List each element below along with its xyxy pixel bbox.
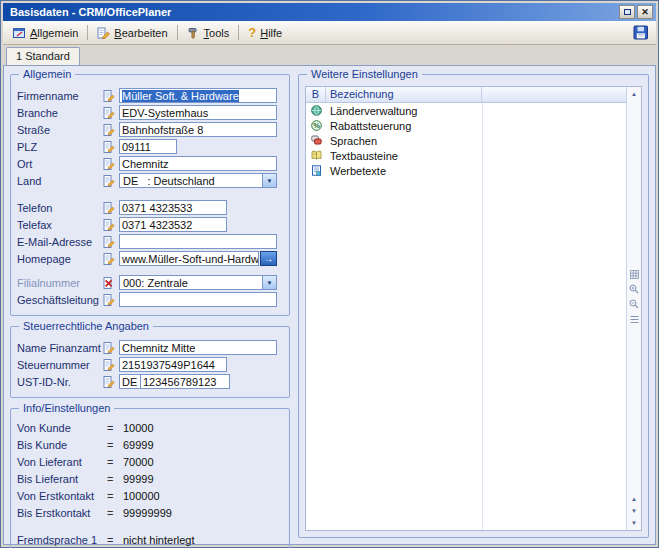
land-select[interactable]: DE : Deutschland▼ — [119, 173, 277, 188]
edit-field-icon[interactable] — [103, 124, 119, 136]
field-label: Branche — [17, 107, 103, 119]
menu-label: Tools — [204, 27, 230, 39]
field-row-ort: Ort Chemnitz — [17, 156, 283, 171]
record-down-icon[interactable]: ▼ — [628, 505, 641, 517]
svg-text:%: % — [313, 121, 320, 130]
edit-field-icon[interactable] — [103, 202, 119, 214]
save-button[interactable] — [630, 23, 652, 42]
info-row: Bis Kunde=69999 — [17, 439, 283, 454]
percent-icon: % — [306, 120, 326, 131]
vertical-scrollbar[interactable]: ▲ ▲ ▼ ▼ — [626, 87, 641, 530]
edit-field-icon[interactable] — [103, 342, 119, 354]
menu-bearbeiten[interactable]: Bearbeiten — [91, 25, 173, 41]
group-title: Weitere Einstellungen — [307, 68, 422, 80]
edit-field-icon[interactable] — [103, 359, 119, 371]
finanzamt-input[interactable]: Chemnitz Mitte — [119, 340, 277, 355]
record-up-icon[interactable]: ▲ — [628, 493, 641, 505]
field-row-email: E-Mail-Adresse — [17, 234, 283, 249]
restore-button[interactable] — [619, 5, 635, 19]
firmenname-input[interactable]: Müller Soft. & Hardware — [119, 88, 277, 103]
tab-standard[interactable]: 1 Standard — [6, 47, 80, 65]
column-header-b[interactable]: B — [306, 87, 326, 102]
edit-field-icon[interactable] — [103, 90, 119, 102]
field-row-homepage: Homepage www.Müller-Soft-und-Hardware.de… — [17, 251, 283, 266]
table-row-laenderverwaltung[interactable]: Länderverwaltung — [306, 103, 626, 118]
group-title: Steuerrechtliche Angaben — [19, 320, 153, 332]
column-divider — [482, 103, 483, 530]
filialnummer-select[interactable]: 000: Zentrale▼ — [119, 275, 277, 290]
field-label: Name Finanzamt — [17, 342, 103, 354]
tab-strip: 1 Standard — [3, 45, 656, 65]
toolbar-separator — [177, 25, 178, 40]
field-label: Straße — [17, 124, 103, 136]
menu-label: Allgemein — [30, 27, 78, 39]
plz-input[interactable]: 09111 — [119, 139, 177, 154]
field-row-plz: PLZ 09111 — [17, 139, 283, 154]
grid-icon[interactable] — [628, 268, 641, 281]
geschaeftsleitung-input[interactable] — [119, 292, 277, 307]
column-header-bezeichnung[interactable]: Bezeichnung — [326, 87, 482, 102]
table-row-rabattsteuerung[interactable]: % Rabattsteuerung — [306, 118, 626, 133]
list-icon[interactable] — [628, 313, 641, 326]
chevron-down-icon[interactable]: ▼ — [262, 276, 276, 289]
clear-field-icon[interactable] — [103, 277, 119, 289]
ustid-prefix-input[interactable]: DE — [119, 374, 141, 389]
chevron-down-icon[interactable]: ▼ — [262, 174, 276, 187]
menu-allgemein[interactable]: Allgemein — [7, 25, 84, 41]
book-icon — [306, 150, 326, 161]
homepage-input[interactable]: www.Müller-Soft-und-Hardware.de — [119, 251, 259, 266]
edit-field-icon[interactable] — [103, 236, 119, 248]
field-row-steuernummer: Steuernummer 2151937549P1644 — [17, 357, 283, 372]
window-title: Basisdaten - CRM/OfficePlaner — [6, 6, 617, 18]
toolbar: Allgemein Bearbeiten Tools ? Hilfe — [3, 21, 656, 45]
group-weitere: Weitere Einstellungen B Bezeichnung Länd… — [298, 74, 649, 538]
field-label: Telefax — [17, 219, 103, 231]
zoom-in-icon[interactable] — [628, 283, 641, 296]
field-label: E-Mail-Adresse — [17, 236, 103, 248]
field-row-branche: Branche EDV-Systemhaus — [17, 105, 283, 120]
scroll-down-icon[interactable]: ▼ — [628, 517, 641, 529]
language-icon — [306, 135, 326, 146]
titlebar[interactable]: Basisdaten - CRM/OfficePlaner ✕ — [3, 3, 656, 21]
edit-field-icon[interactable] — [103, 294, 119, 306]
toolbar-separator — [238, 25, 239, 40]
edit-field-icon[interactable] — [103, 253, 119, 265]
scroll-up-icon[interactable]: ▲ — [628, 88, 641, 100]
email-input[interactable] — [119, 234, 277, 249]
left-column: Allgemein Firmenname Müller Soft. & Hard… — [10, 74, 290, 538]
group-allgemein: Allgemein Firmenname Müller Soft. & Hard… — [10, 74, 290, 316]
close-button[interactable]: ✕ — [637, 5, 653, 19]
edit-field-icon[interactable] — [103, 141, 119, 153]
field-row-firmenname: Firmenname Müller Soft. & Hardware — [17, 88, 283, 103]
field-row-strasse: Straße Bahnhofstraße 8 — [17, 122, 283, 137]
steuernummer-input[interactable]: 2151937549P1644 — [119, 357, 227, 372]
info-row: Fremdsprache 1=nicht hinterlegt — [17, 534, 283, 548]
field-row-filialnummer: Filialnummer 000: Zentrale▼ — [17, 275, 283, 290]
field-row-land: Land DE : Deutschland▼ — [17, 173, 283, 188]
telefax-input[interactable]: 0371 4323532 — [119, 217, 227, 232]
ustid-input[interactable]: 123456789123 — [140, 374, 230, 389]
branche-input[interactable]: EDV-Systemhaus — [119, 105, 277, 120]
ort-input[interactable]: Chemnitz — [119, 156, 277, 171]
edit-field-icon[interactable] — [103, 219, 119, 231]
edit-field-icon[interactable] — [103, 175, 119, 187]
edit-field-icon[interactable] — [103, 376, 119, 388]
open-homepage-button[interactable]: → — [260, 251, 277, 266]
strasse-input[interactable]: Bahnhofstraße 8 — [119, 122, 277, 137]
table-row-textbausteine[interactable]: Textbausteine — [306, 148, 626, 163]
info-row: Von Lieferant=70000 — [17, 456, 283, 471]
edit-field-icon[interactable] — [103, 107, 119, 119]
column-header-empty — [482, 87, 626, 102]
edit-field-icon[interactable] — [103, 158, 119, 170]
menu-tools[interactable]: Tools — [181, 25, 236, 41]
zoom-out-icon[interactable] — [628, 298, 641, 311]
table-row-sprachen[interactable]: Sprachen — [306, 133, 626, 148]
field-row-ustid: UST-ID-Nr. DE 123456789123 — [17, 374, 283, 389]
menu-hilfe[interactable]: ? Hilfe — [242, 25, 288, 41]
telefon-input[interactable]: 0371 4323533 — [119, 200, 227, 215]
table-row-werbetexte[interactable]: Werbetexte — [306, 163, 626, 178]
content-panel: Allgemein Firmenname Müller Soft. & Hard… — [3, 65, 656, 545]
field-label: Geschäftsleitung — [17, 294, 103, 306]
app-window: Basisdaten - CRM/OfficePlaner ✕ Allgemei… — [0, 0, 659, 548]
hammer-icon — [187, 27, 200, 39]
